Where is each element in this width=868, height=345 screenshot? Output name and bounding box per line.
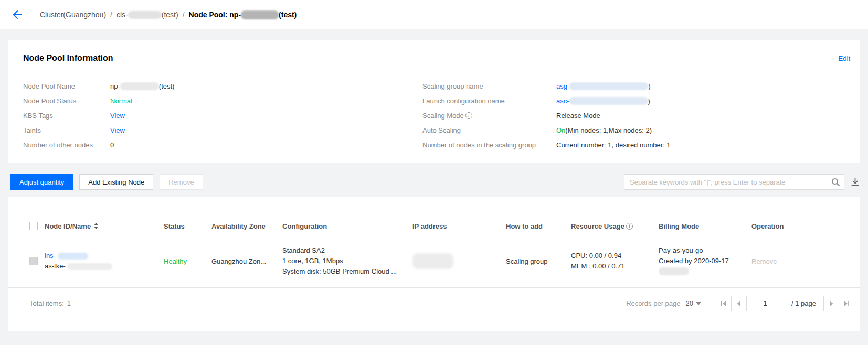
node-pool-page: Cluster(Guangzhou) / cls- (test) / Node …	[0, 0, 868, 345]
field-kbs-tags: KBS Tags View	[23, 108, 422, 123]
field-taints: Taints View	[23, 123, 422, 137]
info-icon[interactable]: i	[465, 112, 472, 119]
field-label: Auto Scaling	[422, 126, 556, 134]
launch-config-link[interactable]: asc-	[556, 97, 569, 105]
toolbar-right	[624, 174, 860, 190]
page-size-value: 20	[686, 299, 693, 307]
cpu-usage: CPU: 0.00 / 0.94	[571, 251, 659, 261]
top-bar: Cluster(Guangzhou) / cls- (test) / Node …	[0, 0, 868, 29]
cell-billing-mode: Pay-as-you-go Created by 2020-09-17	[659, 235, 751, 287]
cell-configuration: Standard SA2 1 core, 1GB, 1Mbps System d…	[282, 235, 412, 287]
node-table-card: Node ID/Name Status Availability Zone Co…	[8, 197, 860, 331]
mem-usage: MEM : 0.00 / 0.71	[571, 261, 659, 272]
field-scaling-group-nodes: Number of nodes in the scaling group Cur…	[422, 137, 851, 152]
pagination-area: Records per page 20 / 1 page	[626, 296, 854, 311]
kbs-tags-view-link[interactable]: View	[110, 112, 125, 120]
pager: / 1 page	[716, 296, 854, 311]
status-normal: Normal	[110, 97, 132, 105]
node-id-link[interactable]: ins-	[45, 252, 56, 260]
page-total-label: / 1 page	[784, 296, 824, 311]
info-column-right: Scaling group name asg- ) Launch configu…	[422, 79, 851, 152]
next-page-button[interactable]	[823, 296, 839, 311]
node-table: Node ID/Name Status Availability Zone Co…	[8, 218, 860, 288]
billing-created: Created by 2020-09-17	[659, 256, 751, 266]
cell-status: Healthy	[164, 235, 211, 287]
edit-button[interactable]: Edit	[839, 55, 850, 62]
redacted-billing-time	[659, 267, 689, 275]
field-label: Node Pool Name	[23, 82, 110, 90]
cell-how-to-add: Scaling group	[506, 235, 571, 287]
scaling-group-suffix: )	[648, 82, 650, 90]
redacted-ip-address	[412, 253, 453, 269]
field-scaling-mode: Scaling Mode i Release Mode	[422, 108, 851, 123]
total-items-label: Total items:	[29, 299, 64, 307]
breadcrumb-cls-prefix[interactable]: cls-	[117, 10, 128, 19]
cell-operation: Remove	[751, 235, 860, 287]
cell-availability-zone: Guangzhou Zon...	[211, 235, 282, 287]
redacted-node-pool-name	[120, 82, 159, 90]
cell-node-id-name: ins- as-tke-	[45, 235, 164, 287]
breadcrumb-separator: /	[183, 10, 185, 19]
header-node-id-name: Node ID/Name	[45, 222, 91, 230]
node-pool-name-prefix: np-	[110, 82, 120, 90]
page-number-input[interactable]	[746, 296, 784, 311]
table-header-row: Node ID/Name Status Availability Zone Co…	[8, 218, 860, 235]
last-page-button[interactable]	[839, 296, 854, 311]
redacted-nodepool-id	[241, 10, 279, 19]
scaling-group-link[interactable]: asg-	[556, 82, 569, 90]
node-name-prefix: as-tke-	[45, 262, 66, 270]
field-launch-configuration: Launch configuration name asc- )	[422, 93, 851, 108]
taints-view-link[interactable]: View	[110, 126, 125, 134]
sort-icon[interactable]	[94, 223, 98, 229]
search-box	[624, 174, 844, 190]
download-icon[interactable]	[851, 178, 860, 187]
search-icon[interactable]	[831, 177, 840, 187]
records-per-page-label: Records per page	[626, 299, 680, 307]
info-icon[interactable]: i	[626, 223, 633, 230]
header-operation: Operation	[751, 218, 860, 235]
page-size-select[interactable]: 20	[686, 299, 701, 307]
adjust-quantity-button[interactable]: Adjust quantity	[10, 174, 73, 190]
row-checkbox[interactable]	[29, 257, 38, 265]
search-input[interactable]	[624, 174, 844, 190]
table-footer: Total items: 1 Records per page 20 / 1 p	[8, 288, 860, 319]
info-grid: Node Pool Name np- (test) Node Pool Stat…	[23, 79, 851, 152]
chevron-down-icon	[696, 302, 701, 305]
prev-page-button[interactable]	[731, 296, 747, 311]
redacted-node-name	[67, 263, 112, 270]
breadcrumb: Cluster(Guangzhou) / cls- (test) / Node …	[40, 10, 297, 19]
card-title: Node Pool Information	[23, 53, 851, 63]
field-label: Scaling Mode	[422, 112, 464, 120]
config-specs: 1 core, 1GB, 1Mbps	[282, 256, 412, 266]
field-node-pool-status: Node Pool Status Normal	[23, 93, 422, 108]
first-page-button[interactable]	[716, 296, 732, 311]
breadcrumb-nodepool-suffix: (test)	[279, 10, 297, 19]
header-how-to-add: How to add	[506, 218, 571, 235]
remove-button[interactable]: Remove	[160, 174, 203, 190]
header-availability-zone: Availability Zone	[211, 218, 282, 235]
total-items-value: 1	[67, 299, 71, 307]
header-ip-address: IP address	[412, 218, 506, 235]
breadcrumb-cluster[interactable]: Cluster(Guangzhou)	[40, 10, 106, 19]
row-remove-button[interactable]: Remove	[751, 257, 777, 265]
auto-scaling-range: (Min nodes: 1,Max nodes: 2)	[565, 126, 652, 134]
node-pool-information-card: Node Pool Information Edit Node Pool Nam…	[8, 40, 860, 163]
field-label: Number of other nodes	[23, 141, 110, 149]
header-configuration: Configuration	[282, 218, 412, 235]
config-model: Standard SA2	[282, 245, 412, 256]
scaling-mode-value: Release Mode	[556, 112, 600, 120]
add-existing-node-button[interactable]: Add Existing Node	[79, 174, 153, 190]
back-arrow-icon[interactable]	[10, 8, 23, 21]
header-resource-usage: Resource Usage	[571, 222, 624, 230]
cell-resource-usage: CPU: 0.00 / 0.94 MEM : 0.00 / 0.71	[571, 235, 659, 287]
header-billing-mode: Billing Mode	[659, 218, 751, 235]
cell-ip-address	[412, 235, 506, 287]
breadcrumb-separator: /	[110, 10, 112, 19]
node-pool-name-suffix: (test)	[159, 82, 175, 90]
breadcrumb-cls-suffix: (test)	[162, 10, 178, 19]
toolbar: Adjust quantity Add Existing Node Remove	[8, 174, 860, 190]
redacted-node-id	[58, 253, 88, 260]
scaling-group-nodes-value: Current number: 1, desired number: 1	[556, 141, 671, 149]
select-all-checkbox[interactable]	[29, 222, 38, 230]
field-label: Launch configuration name	[422, 97, 556, 105]
